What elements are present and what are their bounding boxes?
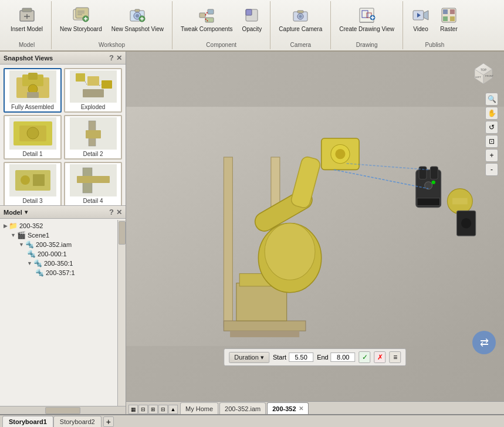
opacity-icon xyxy=(242,6,261,25)
nav-zoomout-icon[interactable]: - xyxy=(485,163,498,176)
toolbar-section-publish: Video Raster Publish xyxy=(403,1,466,49)
snapshot-thumb-detail1 xyxy=(9,117,56,150)
tree-icon-200-352: 📁 xyxy=(9,222,18,230)
tab-nav-up[interactable]: ▲ xyxy=(168,405,178,414)
svg-rect-1 xyxy=(22,8,32,12)
snapshot-item-fully-assembled[interactable]: Fully Assembled xyxy=(4,68,62,113)
tweak-components-label: Tweak Components xyxy=(181,26,232,33)
new-storyboard-button[interactable]: New Storyboard xyxy=(56,4,106,35)
video-button[interactable]: Video xyxy=(408,4,434,35)
nav-fit-icon[interactable]: ⊡ xyxy=(485,135,498,148)
tree-item-200-350-1[interactable]: ▼ 🔩 200-350:1 xyxy=(2,259,123,268)
snapshot-label-exploded: Exploded xyxy=(81,104,106,110)
tab-nav-buttons: ▦ ⊟ ⊞ ⊟ ▲ xyxy=(128,405,178,414)
model-close-icon[interactable]: ✕ xyxy=(116,208,122,216)
svg-rect-50 xyxy=(76,73,85,82)
duration-start-label: Start xyxy=(273,354,286,361)
svg-rect-82 xyxy=(430,167,438,179)
svg-point-74 xyxy=(265,223,315,280)
viewport[interactable]: TOP LEFT FRONT 🔍 ✋ ↺ ⊡ + - Duration ▾ xyxy=(126,52,504,401)
snapshot-item-detail4[interactable]: Detail 4 xyxy=(64,162,122,205)
model-panel-title: Model xyxy=(4,209,22,216)
storyboard-tab-2[interactable]: Storyboard2 xyxy=(53,416,102,428)
svg-rect-63 xyxy=(33,174,45,186)
svg-rect-52 xyxy=(102,80,112,89)
duration-dropdown[interactable]: Duration ▾ xyxy=(229,352,269,363)
left-panel-hscrollbar[interactable] xyxy=(0,406,126,414)
tree-item-200-357-1[interactable]: 🔩 200-357:1 xyxy=(2,268,123,277)
snapshot-close-icon[interactable]: ✕ xyxy=(116,54,122,62)
new-storyboard-icon xyxy=(72,6,90,25)
storyboard-tab-1[interactable]: Storyboard1 xyxy=(2,416,53,428)
storyboard-tabs: Storyboard1 Storyboard2 + xyxy=(0,415,504,427)
duration-dropdown-arrow: ▾ xyxy=(261,354,264,361)
tree-icon-scene1: 🎬 xyxy=(17,231,26,239)
svg-line-54 xyxy=(85,82,87,86)
svg-rect-15 xyxy=(135,9,140,12)
snapshot-thumb-detail3 xyxy=(9,164,56,196)
tree-label-200-000-1: 200-000:1 xyxy=(38,250,67,257)
tab-nav-grid1[interactable]: ▦ xyxy=(128,405,138,414)
snapshot-item-exploded[interactable]: Exploded xyxy=(64,68,122,113)
raster-button[interactable]: Raster xyxy=(436,4,462,35)
snapshot-item-detail3[interactable]: Detail 3 xyxy=(4,162,62,205)
duration-menu-button[interactable]: ≡ xyxy=(390,351,401,363)
tab-my-home[interactable]: My Home xyxy=(180,402,218,414)
duration-label-text: Duration xyxy=(234,354,259,361)
capture-camera-button[interactable]: Capture Camera xyxy=(275,4,326,35)
drawing-section-label: Drawing xyxy=(336,40,398,48)
new-storyboard-label: New Storyboard xyxy=(60,26,102,33)
svg-line-55 xyxy=(99,84,102,86)
duration-cancel-button[interactable]: ✗ xyxy=(374,351,386,363)
tree-item-200-000-1[interactable]: 🔩 200-000:1 xyxy=(2,249,123,259)
publish-section-label: Publish xyxy=(408,40,462,48)
tweak-components-button[interactable]: Tweak Components xyxy=(177,4,236,35)
duration-ok-button[interactable]: ✓ xyxy=(359,351,371,363)
left-panel-hscrollbar-thumb[interactable] xyxy=(45,407,80,414)
model-scrollbar-thumb[interactable] xyxy=(119,221,126,245)
snapshot-views-title: Snapshot Views xyxy=(4,55,53,62)
duration-start-input[interactable] xyxy=(289,353,313,362)
snapshot-item-detail1[interactable]: Detail 1 xyxy=(4,115,62,160)
nav-zoomin-icon[interactable]: + xyxy=(485,149,498,162)
svg-rect-43 xyxy=(443,16,448,21)
snapshot-thumb-exploded xyxy=(70,70,117,103)
tab-200-352-close[interactable]: ✕ xyxy=(299,405,303,412)
tab-200-352-iam[interactable]: 200-352.iam xyxy=(219,402,266,414)
model-scrollbar[interactable] xyxy=(117,220,126,406)
svg-point-79 xyxy=(335,149,345,159)
opacity-button[interactable]: Opacity xyxy=(238,4,265,35)
share-button[interactable]: ⇄ xyxy=(472,331,496,354)
new-snapshot-label: New Snapshot View xyxy=(111,26,164,33)
tab-200-352-iam-label: 200-352.iam xyxy=(225,405,261,412)
tree-item-200-352-iam[interactable]: ▼ 🔩 200-352.iam xyxy=(2,240,123,249)
tab-200-352[interactable]: 200-352 ✕ xyxy=(267,402,308,414)
svg-rect-44 xyxy=(450,16,455,21)
tree-label-200-352-iam: 200-352.iam xyxy=(36,241,72,248)
tab-nav-grid2[interactable]: ⊟ xyxy=(138,405,148,414)
model-expand-icon[interactable]: ▾ xyxy=(25,209,28,215)
raster-icon xyxy=(439,6,458,25)
viewcube[interactable]: TOP LEFT FRONT xyxy=(469,57,498,87)
snapshot-item-detail2[interactable]: Detail 2 xyxy=(64,115,122,160)
new-snapshot-button[interactable]: New Snapshot View xyxy=(108,4,167,35)
tree-item-200-352[interactable]: ▶ 📁 200-352 xyxy=(2,221,123,231)
nav-zoom-icon[interactable]: 🔍 xyxy=(485,93,498,106)
duration-start-field: Start xyxy=(273,353,313,362)
tree-item-scene1[interactable]: ▼ 🎬 Scene1 xyxy=(2,231,123,240)
tab-bar: ▦ ⊟ ⊞ ⊟ ▲ My Home 200-352.iam 200-352 ✕ xyxy=(126,401,504,414)
storyboard-add-tab[interactable]: + xyxy=(103,416,114,427)
tab-nav-grid4[interactable]: ⊟ xyxy=(158,405,168,414)
insert-model-button[interactable]: Insert Model xyxy=(7,4,46,35)
tree-icon-200-350-1: 🔩 xyxy=(33,259,42,267)
nav-pan-icon[interactable]: ✋ xyxy=(485,107,498,120)
model-help-icon[interactable]: ? xyxy=(109,208,114,216)
snapshot-thumb-fully-assembled xyxy=(9,70,56,103)
snapshot-help-icon[interactable]: ? xyxy=(109,53,114,62)
nav-orbit-icon[interactable]: ↺ xyxy=(485,121,498,134)
tab-200-352-label: 200-352 xyxy=(272,405,296,412)
create-drawing-view-button[interactable]: Create Drawing View xyxy=(336,4,398,35)
tab-nav-grid3[interactable]: ⊞ xyxy=(148,405,158,414)
tree-label-scene1: Scene1 xyxy=(28,232,49,239)
duration-end-input[interactable] xyxy=(331,353,356,362)
